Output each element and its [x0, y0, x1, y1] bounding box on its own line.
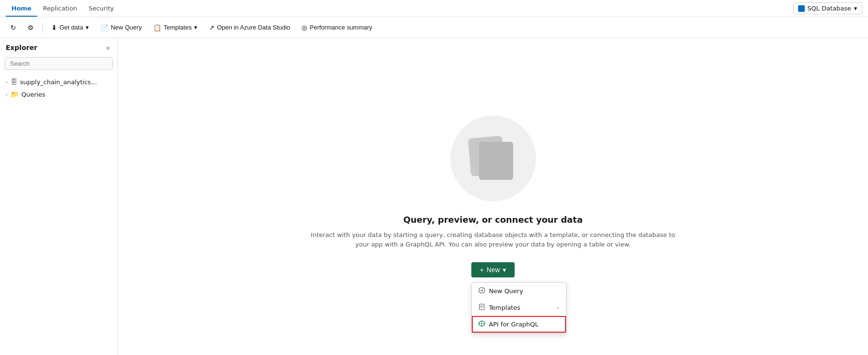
sidebar-collapse-btn[interactable]: « [104, 43, 112, 52]
doc-shape-front [479, 142, 513, 180]
refresh-icon: ↻ [10, 24, 16, 31]
settings-icon: ⚙ [28, 24, 34, 31]
svg-point-5 [481, 323, 482, 325]
toolbar-open-ads-btn[interactable]: ↗ Open in Azure Data Studio [204, 21, 295, 34]
sidebar-tree: › 🗄 supply_chain_analytics... › 📁 Querie… [0, 74, 117, 355]
sidebar: Explorer « › 🗄 supply_chain_analytics...… [0, 38, 118, 355]
empty-state-description: Interact with your data by starting a qu… [308, 230, 679, 249]
toolbar-new-query-btn[interactable]: 📄 New Query [96, 21, 146, 34]
tab-replication[interactable]: Replication [37, 1, 83, 17]
db-selector-chevron: ▾ [854, 5, 857, 12]
toolbar: ↻ ⚙ ⬇ Get data ▾ 📄 New Query 📋 Templates… [0, 17, 868, 38]
sidebar-title: Explorer [6, 44, 37, 51]
dropdown-item-new-query[interactable]: New Query [472, 283, 566, 299]
new-button-label: New [487, 266, 500, 274]
toolbar-perf-summary-btn[interactable]: ◎ Performance summary [297, 21, 377, 34]
toolbar-open-ads-label: Open in Azure Data Studio [217, 24, 290, 31]
sidebar-header: Explorer « [0, 38, 117, 55]
templates-chevron-icon: ▾ [194, 24, 197, 31]
queries-tree-icon: 📁 [10, 90, 19, 98]
illustration-inner [469, 137, 517, 180]
tree-label-queries: Queries [21, 91, 45, 98]
search-input[interactable] [5, 57, 113, 70]
dropdown-item-templates-label: Templates [489, 304, 520, 311]
perf-summary-icon: ◎ [302, 24, 307, 31]
new-chevron-icon: ▾ [503, 266, 506, 274]
tree-item-db[interactable]: › 🗄 supply_chain_analytics... [0, 76, 117, 88]
dropdown-item-api-graphql[interactable]: API for GraphQL [472, 316, 566, 333]
top-nav-right: SQL Database ▾ [793, 2, 862, 14]
toolbar-get-data-label: Get data [59, 24, 83, 31]
toolbar-new-query-label: New Query [111, 24, 142, 31]
new-query-dropdown-icon [478, 287, 485, 295]
new-dropdown-menu: New Query Templates › [471, 282, 566, 333]
dropdown-item-new-query-label: New Query [489, 287, 523, 295]
toolbar-perf-summary-label: Performance summary [310, 24, 372, 31]
db-tree-icon: 🗄 [10, 78, 17, 86]
toolbar-settings-btn[interactable]: ⚙ [23, 21, 39, 34]
get-data-chevron-icon: ▾ [86, 24, 89, 31]
tree-chevron-db: › [6, 79, 8, 85]
toolbar-refresh-btn[interactable]: ↻ [6, 21, 21, 34]
tree-chevron-queries: › [6, 92, 8, 97]
templates-dropdown-icon [478, 304, 485, 312]
toolbar-templates-btn[interactable]: 📋 Templates ▾ [148, 21, 202, 34]
toolbar-sep-1 [42, 23, 43, 32]
empty-state-title: Query, preview, or connect your data [403, 215, 583, 225]
templates-arrow-icon: › [557, 305, 559, 311]
top-nav: Home Replication Security SQL Database ▾ [0, 0, 868, 17]
content-area: Query, preview, or connect your data Int… [118, 38, 868, 355]
db-icon [798, 5, 805, 12]
db-selector-label: SQL Database [808, 5, 851, 12]
main-layout: Explorer « › 🗄 supply_chain_analytics...… [0, 38, 868, 355]
templates-icon: 📋 [153, 24, 161, 31]
db-selector[interactable]: SQL Database ▾ [793, 2, 862, 14]
new-button[interactable]: + New ▾ [471, 262, 515, 277]
svg-rect-1 [479, 304, 484, 310]
tab-home[interactable]: Home [6, 1, 37, 17]
open-ads-icon: ↗ [209, 24, 215, 31]
new-query-icon: 📄 [100, 24, 108, 31]
empty-state-illustration [450, 116, 536, 201]
new-plus-icon: + [480, 266, 484, 274]
dropdown-item-templates[interactable]: Templates › [472, 299, 566, 316]
tab-security[interactable]: Security [83, 1, 119, 17]
tree-label-db: supply_chain_analytics... [20, 79, 97, 86]
toolbar-templates-label: Templates [164, 24, 192, 31]
svg-point-0 [479, 287, 485, 293]
new-button-wrapper: + New ▾ New Query [471, 262, 515, 277]
api-graphql-icon [478, 320, 485, 328]
dropdown-item-api-graphql-label: API for GraphQL [489, 321, 538, 328]
tree-item-queries[interactable]: › 📁 Queries [0, 88, 117, 100]
get-data-icon: ⬇ [51, 24, 57, 31]
toolbar-get-data-btn[interactable]: ⬇ Get data ▾ [47, 21, 94, 34]
